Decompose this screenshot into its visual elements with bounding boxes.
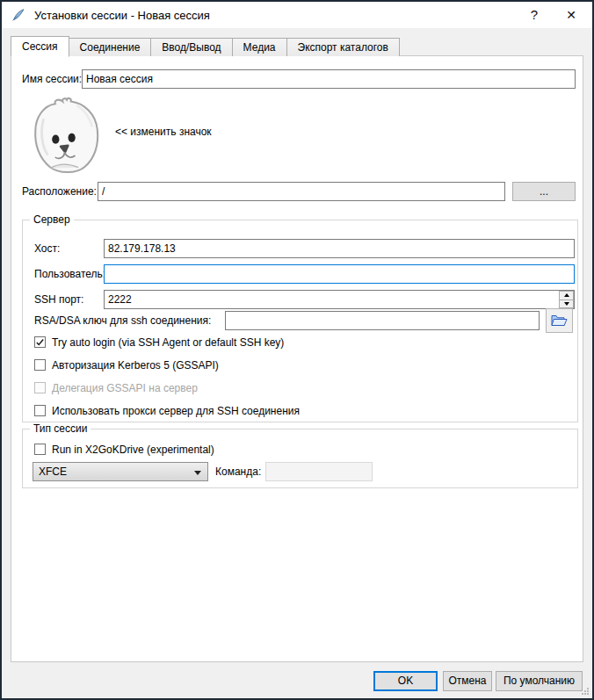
checkbox-unchecked-icon bbox=[34, 359, 46, 371]
help-button[interactable]: ? bbox=[518, 2, 550, 28]
kdrive-checkbox-row[interactable]: Run in X2GoKDrive (experimental) bbox=[34, 443, 214, 456]
ssh-port-input[interactable] bbox=[104, 290, 575, 309]
host-input[interactable] bbox=[104, 239, 575, 258]
combo-dropdown-icon bbox=[194, 471, 201, 475]
checkbox-unchecked-icon bbox=[34, 405, 46, 416]
tab-connection[interactable]: Соединение bbox=[69, 38, 152, 56]
session-name-label: Имя сессии: bbox=[22, 69, 82, 89]
ssh-port-spinbox bbox=[104, 290, 575, 309]
session-name-input[interactable] bbox=[82, 69, 576, 89]
cancel-button[interactable]: Отмена bbox=[443, 671, 492, 691]
tab-session[interactable]: Сессия bbox=[11, 36, 69, 57]
session-icon-seal[interactable] bbox=[25, 94, 108, 177]
ok-button[interactable]: OK bbox=[373, 671, 438, 691]
titlebar: Установки сессии - Новая сессия ? ✕ bbox=[2, 2, 592, 28]
close-button[interactable]: ✕ bbox=[554, 2, 589, 28]
kerberos-label: Авторизация Kerberos 5 (GSSAPI) bbox=[52, 359, 219, 372]
auto-login-checkbox-row[interactable]: Try auto login (via SSH Agent or default… bbox=[34, 336, 284, 349]
tab-bar: Сессия Соединение Ввод/Вывод Медиа Экспо… bbox=[11, 35, 399, 56]
ssh-proxy-checkbox-row[interactable]: Использовать прокси сервер для SSH соеди… bbox=[34, 404, 300, 417]
ssh-key-input[interactable] bbox=[225, 311, 540, 330]
location-label: Расположение: bbox=[22, 182, 97, 201]
tab-media[interactable]: Медиа bbox=[232, 38, 287, 56]
ssh-proxy-label: Использовать прокси сервер для SSH соеди… bbox=[52, 405, 300, 417]
desktop-type-value: XFCE bbox=[39, 465, 67, 478]
ssh-port-spin-buttons bbox=[559, 291, 574, 308]
arrow-down-icon bbox=[564, 302, 569, 306]
spin-down-button[interactable] bbox=[559, 300, 574, 309]
server-group-legend: Сервер bbox=[30, 213, 74, 226]
session-type-groupbox: Тип сессии Run in X2GoKDrive (experiment… bbox=[22, 429, 578, 488]
auto-login-label: Try auto login (via SSH Agent or default… bbox=[52, 336, 284, 349]
arrow-up-icon bbox=[564, 293, 569, 297]
command-input bbox=[265, 462, 373, 481]
session-type-legend: Тип сессии bbox=[30, 422, 91, 435]
session-preferences-dialog: Установки сессии - Новая сессия ? ✕ Сесс… bbox=[0, 0, 594, 700]
tab-input-output[interactable]: Ввод/Вывод bbox=[150, 38, 232, 56]
gssapi-delegation-checkbox-row: Делегация GSSAPI на сервер bbox=[34, 381, 198, 394]
gssapi-delegation-label: Делегация GSSAPI на сервер bbox=[52, 382, 198, 394]
kdrive-label: Run in X2GoKDrive (experimental) bbox=[52, 444, 214, 456]
feather-app-icon bbox=[11, 8, 25, 22]
desktop-type-combobox[interactable]: XFCE bbox=[33, 462, 208, 481]
tab-shared-folders[interactable]: Экспорт каталогов bbox=[286, 38, 400, 56]
defaults-button[interactable]: По умолчанию bbox=[496, 671, 583, 691]
server-groupbox: Сервер Хост: Пользователь: SSH порт: RSA… bbox=[22, 220, 578, 422]
checkbox-disabled-icon bbox=[34, 382, 46, 393]
user-input[interactable] bbox=[104, 264, 575, 284]
location-browse-button[interactable]: ... bbox=[512, 182, 576, 201]
open-folder-icon bbox=[551, 314, 568, 328]
kerberos-checkbox-row[interactable]: Авторизация Kerberos 5 (GSSAPI) bbox=[34, 358, 219, 372]
checkbox-checked-icon bbox=[34, 336, 46, 348]
window-title: Установки сессии - Новая сессия bbox=[34, 9, 210, 22]
session-tab-page: Имя сессии: << изменить значок Расположе… bbox=[11, 55, 583, 662]
ssh-key-label: RSA/DSA ключ для ssh соединения: bbox=[34, 311, 211, 330]
user-label: Пользователь: bbox=[34, 264, 105, 284]
location-input[interactable] bbox=[98, 182, 505, 201]
change-icon-link[interactable]: << изменить значок bbox=[115, 122, 212, 141]
ssh-port-label: SSH порт: bbox=[34, 290, 83, 309]
ssh-key-browse-button[interactable] bbox=[546, 308, 573, 333]
checkbox-unchecked-icon bbox=[34, 444, 46, 455]
spin-up-button[interactable] bbox=[559, 291, 574, 300]
resize-grip[interactable] bbox=[581, 687, 590, 696]
host-label: Хост: bbox=[34, 239, 60, 258]
command-label: Команда: bbox=[215, 462, 261, 481]
